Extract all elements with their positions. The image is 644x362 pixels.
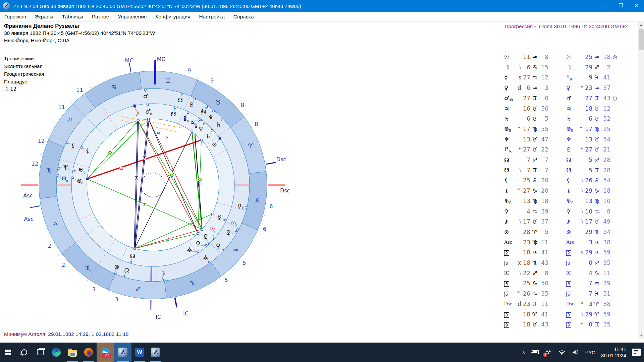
task-view-button[interactable] <box>32 343 48 362</box>
menu-item-7[interactable]: Настройка <box>195 14 229 20</box>
taskbar-item-word[interactable]: W <box>131 343 148 362</box>
table-cell: ♑ <box>592 187 601 194</box>
scroll-down-arrow[interactable]: ▼ <box>638 333 644 339</box>
taskbar: ..04 Z W Z ∧ 3 РУС 11:41 30.01.2024 <box>0 343 644 362</box>
start-button[interactable] <box>0 343 16 362</box>
table-cell: * <box>578 84 583 91</box>
table-cell: Asc <box>566 239 578 245</box>
word-icon: W <box>135 348 144 357</box>
table-row: ♇*27♉21 <box>566 144 619 155</box>
table-cell: ♈ <box>530 311 539 318</box>
table-cell: ♂sR <box>504 95 516 102</box>
svg-text:8: 8 <box>255 121 258 127</box>
battery-icon[interactable] <box>531 350 540 355</box>
taskbar-item-zet2[interactable]: Z <box>148 343 164 362</box>
table-cell: 6 <box>583 115 592 122</box>
table-cell: 18 <box>583 105 592 112</box>
taskbar-item-telegram[interactable]: ..04 <box>97 343 114 362</box>
scrollbar[interactable]: ▲ ▼ <box>638 22 644 339</box>
table-cell: Dsc <box>566 301 578 307</box>
svg-text:⚶: ⚶ <box>187 246 192 253</box>
table-cell: ♉ <box>592 105 601 112</box>
taskbar-item-explorer[interactable] <box>64 343 80 362</box>
table-cell: 9 <box>566 321 578 328</box>
menu-item-4[interactable]: Разное <box>88 14 113 20</box>
menu-item-2[interactable]: Экраны <box>31 14 58 20</box>
svg-text:Dsc: Dsc <box>280 187 290 194</box>
svg-text:☊: ☊ <box>124 267 129 274</box>
table-cell: \ <box>516 64 521 71</box>
volume-icon[interactable] <box>572 349 580 355</box>
table-cell: ♐ <box>592 259 601 266</box>
table-cell: ☿R <box>566 74 578 81</box>
restore-button[interactable]: ❐ <box>613 0 629 12</box>
notification-center-icon[interactable] <box>632 349 641 356</box>
table-cell: ⚸ <box>504 177 516 184</box>
taskbar-item-firefox[interactable] <box>80 343 97 362</box>
table-cell: 35 <box>601 259 610 266</box>
tray-expand-chevron-icon[interactable]: ∧ <box>522 350 525 355</box>
svg-text:⚷: ⚷ <box>200 107 204 114</box>
table-cell: ♉ <box>530 115 539 122</box>
table-cell: 39 <box>539 208 548 215</box>
language-indicator[interactable]: РУС <box>585 350 595 355</box>
search-button[interactable] <box>16 343 32 362</box>
table-row: ☿R9♓41 <box>566 72 619 82</box>
wifi-icon[interactable] <box>558 349 566 355</box>
table-cell: 20 <box>539 187 548 194</box>
menu-item-8[interactable]: Справка <box>229 14 258 20</box>
table-cell: 29 <box>583 64 592 71</box>
menu-item-6[interactable]: Конфигурация <box>151 14 195 20</box>
taskbar-item-zet-active[interactable]: Z <box>114 343 131 362</box>
taskbar-item-edge[interactable] <box>48 343 64 362</box>
scroll-up-arrow[interactable]: ▲ <box>638 22 644 28</box>
table-cell: 59 <box>601 249 610 256</box>
svg-text:♉: ♉ <box>215 99 221 106</box>
table-cell: 59 <box>601 311 610 318</box>
table-row: Dscd23♓11 <box>504 299 557 309</box>
table-cell: * <box>578 321 583 328</box>
table-cell: ○ <box>610 95 619 101</box>
svg-text:Dsc: Dsc <box>276 156 286 163</box>
menu-item-3[interactable]: Таблицы <box>58 14 88 20</box>
sync-app-icon[interactable]: 3 <box>545 349 552 355</box>
menu-item-5[interactable]: Управление <box>113 14 151 20</box>
clock[interactable]: 11:41 30.01.2024 <box>601 346 626 359</box>
close-button[interactable]: ✕ <box>629 0 644 12</box>
table-cell: 50 <box>539 280 548 287</box>
minimize-button[interactable]: — <box>598 0 613 12</box>
scrollbar-thumb[interactable] <box>639 29 644 50</box>
table-cell: ♏ <box>592 229 601 235</box>
table-cell: 3 <box>566 259 578 266</box>
table-cell: 5 <box>539 229 548 235</box>
table-cell: ⚸ <box>566 177 578 184</box>
svg-text:⊗: ⊗ <box>114 263 119 270</box>
table-cell: 5 <box>539 115 548 122</box>
table-row: ♂27♊43○ <box>566 93 619 103</box>
table-cell: 7 <box>539 157 548 163</box>
table-cell: 29 <box>583 311 592 318</box>
table-cell: 3 <box>504 259 516 266</box>
svg-text:IC: IC <box>156 314 161 320</box>
table-cell: ♒ <box>592 280 601 287</box>
table-cell: ♓ <box>530 301 539 307</box>
table-row: ♂sR27♊0 <box>504 93 557 103</box>
table-cell: ⚶ <box>566 187 578 194</box>
table-cell: 7 <box>583 280 592 287</box>
table-row: ♄6♉5 <box>504 114 557 124</box>
table-row: ⚲4♒39 <box>504 206 557 217</box>
table-cell: 28 <box>521 229 530 235</box>
table-cell: 18 <box>521 249 530 256</box>
table-cell: 18 <box>521 311 530 318</box>
svg-text:⚶: ⚶ <box>203 253 208 260</box>
table-cell: 23 <box>521 301 530 307</box>
menu-item-1[interactable]: Гороскоп <box>0 14 31 20</box>
svg-text:3: 3 <box>92 286 96 293</box>
table-cell: \ <box>516 218 521 225</box>
svg-text:5: 5 <box>224 277 228 283</box>
svg-text:±: ± <box>143 201 147 206</box>
table-cell: \ <box>516 270 521 277</box>
table-cell: 39 <box>601 280 610 287</box>
svg-text:8: 8 <box>241 102 244 108</box>
table-cell: 9 <box>583 74 592 81</box>
